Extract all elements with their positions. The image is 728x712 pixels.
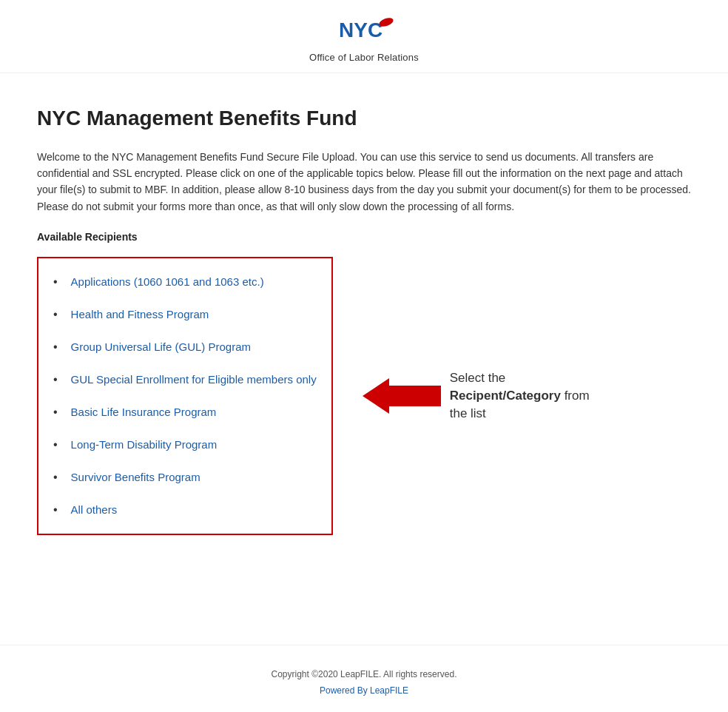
footer-copyright: Copyright ©2020 LeapFILE. All rights res… [0,668,728,681]
recipient-link-health-fitness[interactable]: Health and Fitness Program [71,306,209,323]
arrow-annotation [363,378,441,414]
recipient-link-applications[interactable]: Applications (1060 1061 and 1063 etc.) [71,274,264,291]
nyc-logo: NYC [333,15,396,46]
recipients-list-box: •Applications (1060 1061 and 1063 etc.)•… [37,257,333,535]
recipient-link-basic-life[interactable]: Basic Life Insurance Program [71,404,217,421]
list-item: •All others [53,494,317,526]
intro-text: Welcome to the NYC Management Benefits F… [37,149,691,215]
list-item: •Health and Fitness Program [53,298,317,331]
arrow-head [363,378,389,414]
annotation-text: Select the Recipent/Category from the li… [450,369,598,422]
recipients-list: •Applications (1060 1061 and 1063 etc.)•… [53,266,317,526]
recipient-link-survivor-benefits[interactable]: Survivor Benefits Program [71,469,200,486]
bullet-icon: • [53,273,58,291]
list-item: •Applications (1060 1061 and 1063 etc.) [53,266,317,298]
annotation-bold: Recipent/Category [450,389,561,403]
intro-paragraph-1: Welcome to the NYC Management Benefits F… [37,149,691,198]
svg-text:NYC: NYC [339,19,382,41]
bullet-icon: • [53,403,58,421]
header: NYC Office of Labor Relations [0,0,728,73]
list-item: •GUL Special Enrollment for Eligible mem… [53,363,317,396]
page-title: NYC Management Benefits Fund [37,103,691,134]
bullet-icon: • [53,501,58,519]
bullet-icon: • [53,338,58,356]
available-recipients-label: Available Recipients [37,229,691,245]
bullet-icon: • [53,436,58,454]
recipient-link-long-term-disability[interactable]: Long-Term Disability Program [71,437,218,454]
list-item: •Long-Term Disability Program [53,429,317,461]
arrow-body [389,386,441,406]
bullet-icon: • [53,468,58,486]
recipient-link-all-others[interactable]: All others [71,502,118,519]
header-subtitle: Office of Labor Relations [309,50,419,65]
recipients-section: •Applications (1060 1061 and 1063 etc.)•… [37,257,691,535]
list-item: •Survivor Benefits Program [53,461,317,494]
annotation: Select the Recipent/Category from the li… [363,369,598,422]
page-wrapper: NYC Office of Labor Relations NYC Manage… [0,0,728,712]
intro-paragraph-2: Please do not submit your forms more tha… [37,198,691,215]
footer: Copyright ©2020 LeapFILE. All rights res… [0,645,728,712]
main-content: NYC Management Benefits Fund Welcome to … [0,73,728,616]
bullet-icon: • [53,306,58,323]
powered-by-link[interactable]: Powered By LeapFILE [320,685,408,696]
recipient-link-gul-special[interactable]: GUL Special Enrollment for Eligible memb… [71,372,317,389]
recipient-link-gul[interactable]: Group Universal Life (GUL) Program [71,339,251,356]
bullet-icon: • [53,371,58,389]
list-item: •Group Universal Life (GUL) Program [53,331,317,363]
list-item: •Basic Life Insurance Program [53,396,317,429]
